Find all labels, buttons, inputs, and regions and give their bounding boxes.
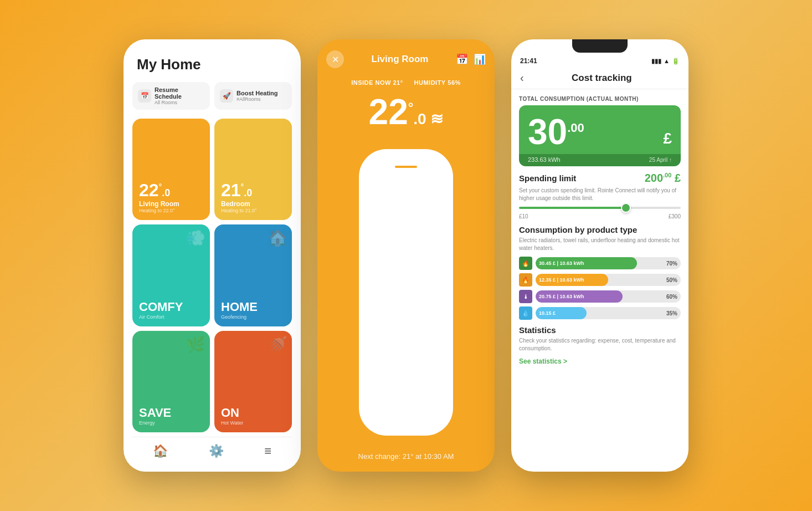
bar-row-2: 🌡 20.75 £ | 10.63 kWh 60%	[519, 290, 681, 303]
slider-max-label: £300	[669, 213, 681, 219]
spending-header: Spending limit 200.00 £	[519, 172, 681, 185]
living-room-tile[interactable]: 22°.0 Living Room Heating to 22.0°	[132, 119, 210, 220]
bedroom-sublabel: Heating to 21.0°	[221, 208, 285, 213]
resume-schedule-button[interactable]: 📅 Resume Schedule All Rooms	[132, 82, 210, 110]
bar-wrapper-2: 20.75 £ | 10.63 kWh 60%	[536, 290, 681, 303]
close-button[interactable]: ✕	[326, 50, 344, 68]
bar-percent-1: 50%	[666, 277, 677, 283]
comfy-tile[interactable]: 💨 COMFY Air Comfort	[132, 224, 210, 326]
spending-slider[interactable]	[519, 207, 681, 209]
boost-heating-button[interactable]: 🚀 Boost Heating #AllRooms	[214, 82, 292, 110]
chart-icon[interactable]: 📊	[474, 53, 486, 65]
bar-icon-2: 🌡	[519, 290, 532, 303]
thermostat-temp-display: 22°.0 ≋	[369, 91, 444, 132]
bar-wrapper-1: 12.35 £ | 10.63 kWh 50%	[536, 274, 681, 286]
bar-percent-2: 60%	[666, 294, 677, 300]
bar-fill-2: 20.75 £ | 10.63 kWh	[536, 290, 623, 303]
total-consumption-label: TOTAL CONSUMPTION (actual month)	[519, 96, 681, 102]
signal-icon: ▮▮▮	[651, 58, 661, 65]
slider-thumb[interactable]	[621, 203, 631, 213]
wifi-icon: ▲	[664, 58, 670, 64]
bedroom-tile[interactable]: 21°.0 Bedroom Heating to 21.0°	[214, 119, 292, 220]
home-icon: 🏠	[268, 229, 287, 247]
thermostat-header: ✕ Living Room 📅 📊	[326, 50, 486, 68]
calendar-icon[interactable]: 📅	[456, 53, 468, 65]
nav-menu-icon[interactable]: ≡	[264, 444, 271, 458]
comfy-icon: 💨	[186, 229, 205, 247]
bar-fill-0: 30.45 £ | 10.63 kWh	[536, 257, 637, 269]
humidity-value: 56%	[448, 79, 461, 86]
resume-schedule-sublabel: All Rooms	[155, 100, 204, 105]
living-room-label: Living Room	[139, 200, 203, 208]
bar-percent-3: 35%	[666, 310, 677, 316]
status-icons: ▮▮▮ ▲ 🔋	[651, 58, 680, 65]
next-change-label: Next change: 21° at 10:30 AM	[358, 452, 454, 461]
consumption-section: Consumption by product type Electric rad…	[519, 225, 681, 320]
statistics-section: Statistics Check your statistics regardi…	[519, 325, 681, 366]
save-tile[interactable]: 🌿 SAVE Energy	[132, 331, 210, 432]
bar-value-0: 30.45 £ | 10.63 kWh	[539, 260, 584, 266]
bedroom-temp: 21°.0	[221, 181, 285, 199]
bar-value-3: 10.15 £	[539, 310, 556, 316]
my-home-title: My Home	[137, 56, 292, 73]
home-label: HOME	[221, 300, 285, 314]
kwh-value: 233.63 kWh	[528, 156, 561, 163]
spending-limit-section: Spending limit 200.00 £ Set your custom …	[519, 172, 681, 219]
spending-desc: Set your custom spending limit. Rointe C…	[519, 187, 681, 202]
statistics-desc: Check your statistics regarding: expense…	[519, 337, 681, 352]
comfy-label: COMFY	[139, 300, 203, 314]
consumption-desc: Electric radiators, towel rails, underfl…	[519, 237, 681, 252]
bedroom-label: Bedroom	[221, 200, 285, 208]
living-room-sublabel: Heating to 22.0°	[139, 208, 203, 213]
boost-heating-sublabel: #AllRooms	[237, 96, 278, 102]
thermostat-body[interactable]	[359, 149, 453, 436]
save-icon: 🌿	[186, 335, 205, 354]
bar-wrapper-3: 10.15 £ 35%	[536, 307, 681, 319]
hot-water-icon: 🚿	[268, 335, 287, 354]
nav-settings-icon[interactable]: ⚙️	[209, 444, 224, 458]
phone-cost-tracking: 21:41 ▮▮▮ ▲ 🔋 ‹ Cost tracking TOTAL CONS…	[511, 39, 688, 472]
room-grid: 22°.0 Living Room Heating to 22.0° 21°.0…	[132, 119, 292, 432]
thermostat-line	[395, 166, 417, 168]
slider-labels: £10 £300	[519, 213, 681, 219]
bar-icon-1: 🔥	[519, 273, 532, 287]
hot-water-label: ON	[221, 406, 285, 420]
inside-now-value: 21°	[393, 79, 403, 86]
thermostat-header-icons: 📅 📊	[456, 53, 486, 65]
see-statistics-link[interactable]: See statistics >	[519, 357, 567, 365]
status-bar: 21:41 ▮▮▮ ▲ 🔋	[511, 53, 688, 67]
bar-row-0: 🔥 30.45 £ | 10.63 kWh 70%	[519, 257, 681, 270]
bar-value-2: 20.75 £ | 10.63 kWh	[539, 294, 584, 299]
bar-icon-0: 🔥	[519, 257, 532, 270]
bar-percent-0: 70%	[666, 260, 677, 267]
statistics-title: Statistics	[519, 325, 681, 335]
bar-fill-3: 10.15 £	[536, 307, 587, 319]
cost-tracking-title: Cost tracking	[524, 73, 680, 84]
spending-limit-value: 200.00 £	[645, 172, 681, 185]
battery-icon: 🔋	[672, 58, 680, 65]
nav-home-icon[interactable]: 🏠	[153, 444, 168, 458]
bottom-nav: 🏠 ⚙️ ≡	[132, 437, 292, 463]
back-button[interactable]: ‹	[520, 71, 524, 84]
boost-heating-icon: 🚀	[220, 89, 233, 103]
hot-water-sublabel: Hot Water	[221, 420, 285, 426]
bar-fill-1: 12.35 £ | 10.63 kWh	[536, 274, 608, 286]
phone-my-home: My Home 📅 Resume Schedule All Rooms 🚀 Bo…	[124, 39, 301, 472]
living-room-temp: 22°.0	[139, 181, 203, 199]
inside-now-stat: INSIDE NOW 21°	[351, 79, 403, 86]
thermostat-room-title: Living Room	[372, 54, 429, 65]
cost-display-box: 30.00 £ 233.63 kWh 25 April ↑	[519, 105, 681, 166]
notch	[572, 39, 628, 53]
resume-schedule-icon: 📅	[138, 89, 151, 103]
date-label: 25 April ↑	[649, 157, 672, 163]
inside-now-label: INSIDE NOW	[351, 79, 391, 86]
cost-amount: 30.00	[528, 114, 584, 150]
save-sublabel: Energy	[139, 420, 203, 426]
hot-water-tile[interactable]: 🚿 ON Hot Water	[214, 331, 292, 432]
cost-green-bar: 30.00 £	[519, 105, 681, 154]
humidity-stat: HUMIDITY 56%	[414, 79, 461, 86]
status-time: 21:41	[520, 57, 537, 65]
comfy-sublabel: Air Comfort	[139, 314, 203, 320]
home-tile[interactable]: 🏠 HOME Geofencing	[214, 224, 292, 326]
bar-value-1: 12.35 £ | 10.63 kWh	[539, 277, 584, 283]
